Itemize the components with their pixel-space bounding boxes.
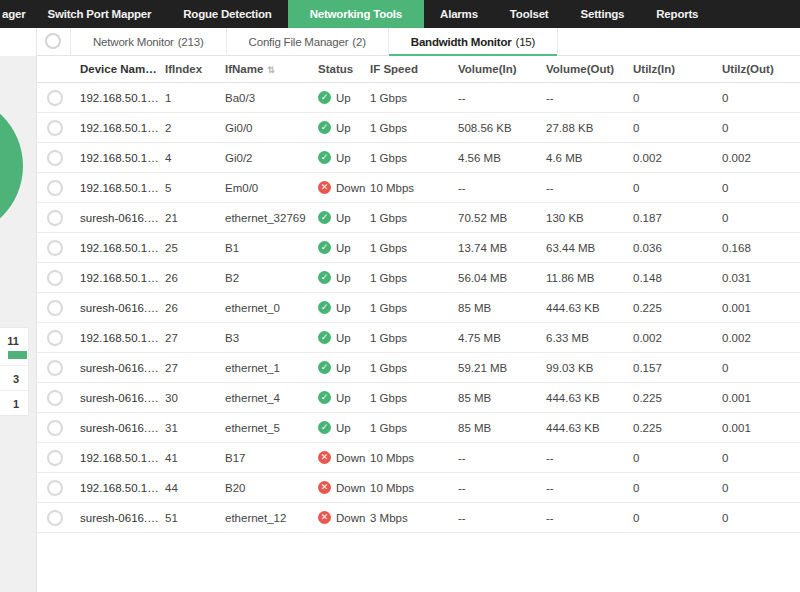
utilz-in-value: 0.002 xyxy=(633,332,722,344)
ifname-value: ethernet_4 xyxy=(225,392,318,404)
row-select-radio[interactable] xyxy=(47,480,63,496)
table-row: 192.168.50.132▶44B20✕Down10 Mbps----00 xyxy=(37,473,800,503)
device-name[interactable]: suresh-0616.csez... xyxy=(80,392,165,404)
row-select-radio[interactable] xyxy=(47,510,63,526)
device-name[interactable]: suresh-0616.csez... xyxy=(80,302,165,314)
device-name[interactable]: suresh-0616.csez... xyxy=(80,212,165,224)
status-down-icon: ✕ xyxy=(318,481,331,494)
device-name[interactable]: 192.168.50.132▶ xyxy=(80,452,165,464)
device-name[interactable]: 192.168.50.132▶ xyxy=(80,332,165,344)
status-cell: ✓Up xyxy=(318,91,370,104)
tab-bandwidth-monitor[interactable]: Bandwidth Monitor(15) xyxy=(389,28,558,56)
table-row: 192.168.50.140▶2Gi0/0✓Up1 Gbps508.56 KB2… xyxy=(37,113,800,143)
volume-out-value: -- xyxy=(546,512,633,524)
pie-chart-segment[interactable] xyxy=(0,95,23,237)
row-select-cell xyxy=(37,480,80,496)
row-select-radio[interactable] xyxy=(47,210,63,226)
row-select-cell xyxy=(37,450,80,466)
row-select-radio[interactable] xyxy=(47,450,63,466)
status-cell: ✕Down xyxy=(318,181,370,194)
row-select-radio[interactable] xyxy=(47,150,63,166)
device-name-label: 192.168.50.132 xyxy=(80,452,160,464)
device-name[interactable]: 192.168.50.140▶ xyxy=(80,152,165,164)
status-cell: ✕Down xyxy=(318,451,370,464)
legend-item[interactable]: 3 xyxy=(0,366,28,391)
column-header-utilz-out[interactable]: Utilz(Out) xyxy=(722,63,800,75)
row-select-radio[interactable] xyxy=(47,300,63,316)
legend-item[interactable]: 11 xyxy=(0,328,28,366)
tab-config-file-manager[interactable]: Config File Manager(2) xyxy=(227,28,389,56)
column-header-status[interactable]: Status xyxy=(318,63,370,75)
column-header-utilz-in[interactable]: Utilz(In) xyxy=(633,63,722,75)
legend-item[interactable]: 1 xyxy=(0,391,28,415)
device-name[interactable]: suresh-0616.csez... xyxy=(80,422,165,434)
column-header-ifname[interactable]: IfName⇅ xyxy=(225,63,318,75)
device-name-label: 192.168.50.140 xyxy=(80,92,160,104)
row-select-cell xyxy=(37,420,80,436)
ifindex-value: 27 xyxy=(165,332,225,344)
row-select-radio[interactable] xyxy=(47,390,63,406)
nav-item-networking-tools[interactable]: Networking Tools xyxy=(288,0,424,28)
device-name[interactable]: 192.168.50.132▶ xyxy=(80,242,165,254)
tabs-container: Network Monitor(213)Config File Manager(… xyxy=(70,28,558,56)
utilz-out-value: 0 xyxy=(722,92,800,104)
device-name[interactable]: 192.168.50.140▶ xyxy=(80,122,165,134)
column-header-device-name-ip[interactable]: Device Name/IP xyxy=(80,63,165,75)
utilz-out-value: 0.168 xyxy=(722,242,800,254)
tab-network-monitor[interactable]: Network Monitor(213) xyxy=(70,28,227,56)
ifindex-value: 51 xyxy=(165,512,225,524)
nav-item-ager[interactable]: ager xyxy=(0,0,32,28)
if-speed-value: 10 Mbps xyxy=(370,482,458,494)
row-select-radio[interactable] xyxy=(47,120,63,136)
device-name[interactable]: 192.168.50.140▶ xyxy=(80,182,165,194)
select-all-radio[interactable] xyxy=(45,33,61,49)
row-select-radio[interactable] xyxy=(47,420,63,436)
column-header-ifindex[interactable]: IfIndex xyxy=(165,63,225,75)
status-label: Down xyxy=(336,512,365,524)
nav-item-switch-port-mapper[interactable]: Switch Port Mapper xyxy=(32,0,168,28)
device-name-label: 192.168.50.132 xyxy=(80,272,160,284)
row-select-radio[interactable] xyxy=(47,330,63,346)
utilz-out-value: 0 xyxy=(722,362,800,374)
row-select-radio[interactable] xyxy=(47,240,63,256)
row-select-radio[interactable] xyxy=(47,90,63,106)
column-header-if-speed[interactable]: IF Speed xyxy=(370,63,458,75)
nav-item-settings[interactable]: Settings xyxy=(564,0,640,28)
ifname-value: ethernet_32769 xyxy=(225,212,318,224)
device-name-label: suresh-0616.csez... xyxy=(80,302,165,314)
nav-item-alarms[interactable]: Alarms xyxy=(424,0,494,28)
row-select-radio[interactable] xyxy=(47,270,63,286)
ifindex-value: 41 xyxy=(165,452,225,464)
nav-item-toolset[interactable]: Toolset xyxy=(494,0,565,28)
column-header-volume-out[interactable]: Volume(Out) xyxy=(546,63,633,75)
row-select-radio[interactable] xyxy=(47,180,63,196)
status-up-icon: ✓ xyxy=(318,121,331,134)
table-row: suresh-0616.csez...51ethernet_12✕Down3 M… xyxy=(37,503,800,533)
volume-out-value: 444.63 KB xyxy=(546,422,633,434)
status-badge: ✓Up xyxy=(318,91,364,104)
status-label: Up xyxy=(336,92,351,104)
status-up-icon: ✓ xyxy=(318,151,331,164)
device-name[interactable]: suresh-0616.csez... xyxy=(80,362,165,374)
column-header-volume-in[interactable]: Volume(In) xyxy=(458,63,546,75)
table-row: 192.168.50.132▶25B1✓Up1 Gbps13.74 MB63.4… xyxy=(37,233,800,263)
nav-item-rogue-detection[interactable]: Rogue Detection xyxy=(167,0,287,28)
column-header-label: Volume(Out) xyxy=(546,63,614,75)
status-up-icon: ✓ xyxy=(318,361,331,374)
volume-in-value: -- xyxy=(458,482,546,494)
status-badge: ✕Down xyxy=(318,181,364,194)
status-up-icon: ✓ xyxy=(318,241,331,254)
ifname-value: B3 xyxy=(225,332,318,344)
ifname-value: Ba0/3 xyxy=(225,92,318,104)
volume-in-value: 85 MB xyxy=(458,302,546,314)
sort-arrows-icon[interactable]: ⇅ xyxy=(267,65,275,75)
ifname-value: B17 xyxy=(225,452,318,464)
status-label: Up xyxy=(336,392,351,404)
device-name[interactable]: 192.168.50.132▶ xyxy=(80,272,165,284)
status-up-icon: ✓ xyxy=(318,331,331,344)
device-name[interactable]: 192.168.50.132▶ xyxy=(80,482,165,494)
nav-item-reports[interactable]: Reports xyxy=(640,0,714,28)
row-select-radio[interactable] xyxy=(47,360,63,376)
device-name[interactable]: suresh-0616.csez... xyxy=(80,512,165,524)
device-name[interactable]: 192.168.50.140▶ xyxy=(80,92,165,104)
